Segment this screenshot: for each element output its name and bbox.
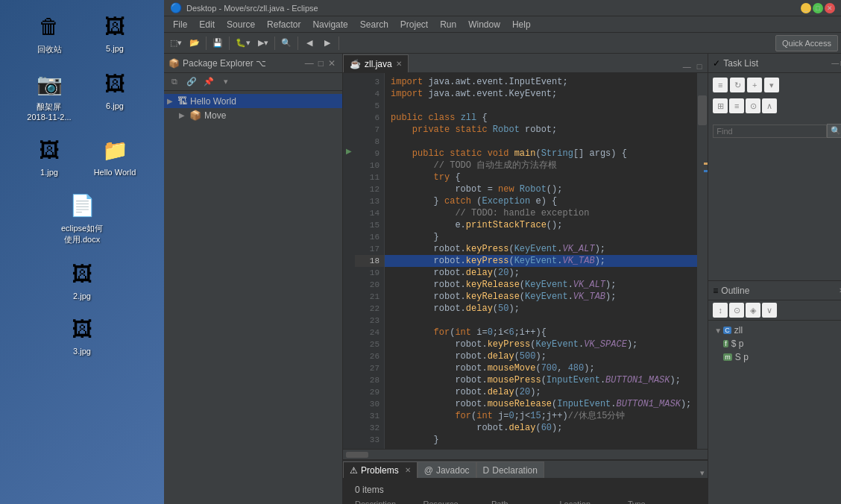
minimize-button[interactable]: _ xyxy=(801,3,811,13)
toolbar-new-btn[interactable]: ⬚▾ xyxy=(167,35,185,51)
code-line-10: // TODO 自动生成的方法存根 xyxy=(385,160,697,171)
package-explorer-minimize-btn[interactable]: — xyxy=(303,57,316,70)
horizontal-scrollbar[interactable] xyxy=(343,449,708,459)
line-num-12: 12 xyxy=(355,183,384,195)
method-badge: m xyxy=(723,353,732,361)
screenshot-icon: 📷 xyxy=(34,69,64,98)
pin-btn[interactable]: 📌 xyxy=(201,75,216,89)
close-button[interactable]: ✕ xyxy=(825,3,835,13)
toolbar-open-btn[interactable]: 📂 xyxy=(186,35,203,51)
editor-tabs: ☕ zll.java ✕ — □ xyxy=(343,54,708,73)
outline-filter-btn[interactable]: ◈ xyxy=(746,303,760,318)
code-line-19: robot.delay(20); xyxy=(385,267,697,279)
toolbar-debug-btn[interactable]: 🐛▾ xyxy=(233,35,253,51)
bottom-tab-declaration[interactable]: D Declaration xyxy=(476,462,544,478)
problems-tab-close[interactable]: ✕ xyxy=(405,466,411,474)
menu-navigate[interactable]: Navigate xyxy=(306,18,353,31)
line-num-10: 10 xyxy=(355,160,384,171)
menu-project[interactable]: Project xyxy=(394,18,434,31)
menu-refactor[interactable]: Refactor xyxy=(261,18,306,31)
scroll-mark-1 xyxy=(704,163,708,165)
menu-source[interactable]: Source xyxy=(221,18,261,31)
line-num-19: 19 xyxy=(355,267,384,279)
desktop-icon-screenshot[interactable]: 📷 酿架屏2018-11-2... xyxy=(19,65,79,125)
task-refresh-btn[interactable]: ↻ xyxy=(730,78,745,92)
desktop-icon-hello-world[interactable]: 📁 Hello World xyxy=(85,131,145,180)
breakpoint-marker-9[interactable]: ▶ xyxy=(343,145,355,157)
toolbar-separator-2 xyxy=(229,37,230,50)
package-explorer-close-btn[interactable]: ✕ xyxy=(326,57,338,70)
code-line-27: robot.mouseMove(700, 480); xyxy=(385,362,697,374)
task-view-btn-2[interactable]: ≡ xyxy=(729,98,744,113)
view-menu-btn[interactable]: ▾ xyxy=(218,75,233,89)
line-num-8: 8 xyxy=(355,136,384,148)
task-menu-btn[interactable]: ▾ xyxy=(764,78,779,92)
tree-item-move[interactable]: ▶ 📦 Move xyxy=(164,108,342,122)
desktop-icon-5jpg[interactable]: 🖼 5.jpg xyxy=(85,7,145,59)
task-list-minimize[interactable]: — xyxy=(831,59,839,67)
tab-close-btn[interactable]: ✕ xyxy=(396,60,402,68)
editor-tab-controls: — □ xyxy=(677,60,708,72)
toolbar-forward-btn[interactable]: ▶ xyxy=(319,35,336,51)
line-num-20: 20 xyxy=(355,279,384,291)
line-num-33: 33 xyxy=(355,434,384,446)
tree-item-label: Hello World xyxy=(190,96,236,107)
outline-item-zll[interactable]: ▼ C zll xyxy=(708,324,841,337)
menu-edit[interactable]: Edit xyxy=(193,18,221,31)
task-collapse-btn[interactable]: ∧ xyxy=(762,98,777,113)
outline-item-method[interactable]: m S p xyxy=(708,350,841,364)
menu-window[interactable]: Window xyxy=(462,18,506,31)
find-input[interactable] xyxy=(713,125,827,138)
toolbar-separator-5 xyxy=(338,37,339,50)
line-num-28: 28 xyxy=(355,374,384,386)
image-icon: 🖼 xyxy=(67,259,97,289)
desktop-icon-1jpg[interactable]: 🖼 1.jpg xyxy=(19,131,79,180)
col-path: Path xyxy=(491,500,559,504)
quick-access-input[interactable]: Quick Access xyxy=(775,35,838,51)
maximize-editor-btn[interactable]: □ xyxy=(694,60,705,72)
line-num-4: 4 xyxy=(355,88,384,100)
toolbar-back-btn[interactable]: ◀ xyxy=(301,35,318,51)
find-button[interactable]: 🔍 xyxy=(827,124,841,138)
java-file-icon: ☕ xyxy=(350,59,361,69)
menu-search[interactable]: Search xyxy=(354,18,394,31)
editor-scrollbar[interactable] xyxy=(697,73,708,449)
tree-item-hello-world[interactable]: ▶ 🏗 Hello World xyxy=(164,94,342,108)
bottom-tab-javadoc[interactable]: @ Javadoc xyxy=(418,462,476,478)
package-explorer-maximize-btn[interactable]: □ xyxy=(316,57,326,70)
col-description: Description xyxy=(355,500,423,504)
toolbar-run-btn[interactable]: ▶▾ xyxy=(255,35,271,51)
outline-item-field[interactable]: f $ p xyxy=(708,337,841,350)
link-with-editor-btn[interactable]: 🔗 xyxy=(184,75,199,89)
desktop-icon-recycle[interactable]: 🗑 回收站 xyxy=(19,7,79,59)
desktop-icon-6jpg[interactable]: 🖼 6.jpg xyxy=(85,65,145,125)
editor-tab-zll-java[interactable]: ☕ zll.java ✕ xyxy=(343,54,409,72)
bottom-tab-problems[interactable]: ⚠ Problems ✕ xyxy=(343,462,418,478)
task-view-btn-1[interactable]: ⊞ xyxy=(713,98,728,113)
menu-run[interactable]: Run xyxy=(434,18,462,31)
maximize-button[interactable]: □ xyxy=(813,3,823,13)
toolbar-save-btn[interactable]: 💾 xyxy=(210,35,226,51)
code-content[interactable]: import java.awt.event.InputEvent; import… xyxy=(385,73,697,449)
outline-hide-btn[interactable]: ⊙ xyxy=(729,303,744,318)
task-list-toolbar: ≡ ↻ + ▾ xyxy=(713,78,841,92)
desktop-icon-docx[interactable]: 📄 eclipse如何使用.docx xyxy=(52,186,112,249)
menu-help[interactable]: Help xyxy=(506,18,537,31)
collapse-all-btn[interactable]: ⧉ xyxy=(167,75,182,89)
bottom-panel-menu-btn[interactable]: ▾ xyxy=(700,468,705,478)
bottom-tab-label: Javadoc xyxy=(436,465,470,476)
outline-expand-btn[interactable]: ∨ xyxy=(762,303,777,318)
bottom-tab-label: Problems xyxy=(361,465,399,476)
task-filter-btn[interactable]: ≡ xyxy=(713,78,728,92)
toolbar-search-btn[interactable]: 🔍 xyxy=(278,35,294,51)
menu-file[interactable]: File xyxy=(167,18,193,31)
task-add-btn[interactable]: + xyxy=(747,78,762,92)
desktop-icon-label: 3.jpg xyxy=(73,347,91,356)
desktop-icon-3jpg[interactable]: 🖼 3.jpg xyxy=(52,310,112,359)
desktop-icon-2jpg[interactable]: 🖼 2.jpg xyxy=(52,255,112,304)
line-num-30: 30 xyxy=(355,398,384,410)
task-view-btn-3[interactable]: ⊙ xyxy=(746,98,760,113)
outline-sort-btn[interactable]: ↕ xyxy=(713,303,728,318)
minimize-editor-btn[interactable]: — xyxy=(680,60,694,72)
problems-icon: ⚠ xyxy=(350,465,358,476)
